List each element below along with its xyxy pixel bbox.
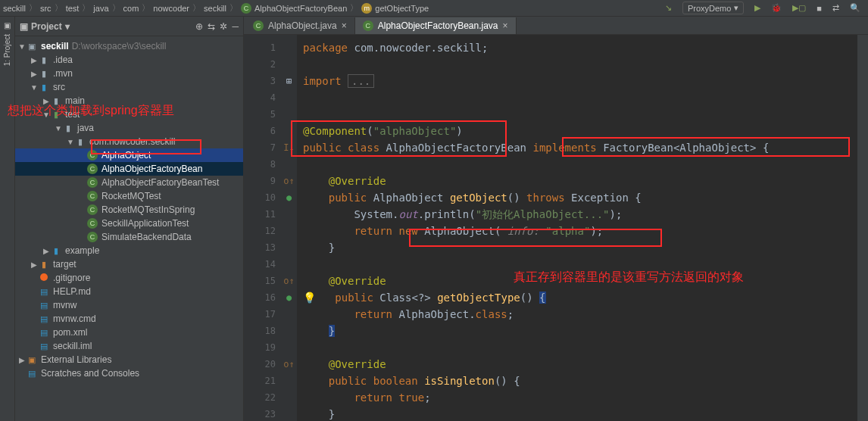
editor: C AlphaObject.java × C AlphaObjectFactor…: [244, 17, 868, 421]
breadcrumb[interactable]: seckill〉 src〉 test〉 java〉 com〉 nowcoder〉…: [3, 2, 665, 14]
toolbar-actions: ↘ ProxyDemo ▾ ▶ 🐞 ▶▢ ■ ⇄ 🔍: [665, 2, 865, 14]
line-numbers: 1234567891011121314151617181920212223: [244, 35, 282, 421]
git-icon[interactable]: ⇄: [832, 3, 839, 13]
tree-item[interactable]: ▶▮example: [15, 244, 243, 257]
tree-item[interactable]: CSimulateBackendData: [15, 230, 243, 244]
project-panel: ▣ Project ▾ ⊕ ⇆ ✲ ─ ▼▣ seckill D:\worksp…: [15, 17, 244, 421]
close-icon[interactable]: ×: [342, 20, 347, 31]
tree-item[interactable]: ▤mvnw.cmd: [15, 312, 243, 326]
tree-item[interactable]: ▼▮com.nowcoder.seckill: [15, 135, 243, 148]
tree-item[interactable]: .gitignore: [15, 271, 243, 285]
tree-item[interactable]: CRocketMQTest: [15, 189, 243, 203]
tree-item[interactable]: ▼▮test: [15, 108, 243, 121]
coverage-icon[interactable]: ▶▢: [792, 3, 806, 13]
tree-item[interactable]: ▤HELP.md: [15, 285, 243, 298]
scrollbar[interactable]: [857, 35, 868, 421]
stop-icon[interactable]: ■: [816, 4, 822, 13]
external-libraries[interactable]: ▶▣ External Libraries: [15, 353, 243, 366]
tree-root[interactable]: ▼▣ seckill D:\workspace\v3\seckill: [15, 39, 243, 53]
tree-item[interactable]: ▶▮target: [15, 257, 243, 271]
gutter-icons[interactable]: ⊞ I↓ o↑● o↑● o↑: [282, 35, 297, 421]
tree-item[interactable]: CRocketMQTestInSpring: [15, 203, 243, 217]
expand-all-icon[interactable]: ⇆: [208, 21, 215, 32]
tree-item[interactable]: ▼▮java: [15, 121, 243, 135]
select-opened-file-icon[interactable]: ⊕: [195, 21, 203, 32]
tree-item[interactable]: ▤seckill.iml: [15, 339, 243, 353]
project-tree[interactable]: ▼▣ seckill D:\workspace\v3\seckill ▶▮.id…: [15, 36, 243, 421]
tab-alphaobject[interactable]: C AlphaObject.java ×: [245, 17, 355, 34]
tab-factorybean[interactable]: C AlphaObjectFactoryBean.java ×: [355, 17, 517, 34]
project-panel-title[interactable]: ▣ Project ▾: [20, 21, 70, 32]
tree-item[interactable]: CSeckillApplicationTest: [15, 217, 243, 230]
hide-icon[interactable]: ─: [232, 21, 239, 32]
tree-item[interactable]: ▶▮.mvn: [15, 67, 243, 80]
tree-item[interactable]: ▶▮.idea: [15, 53, 243, 67]
chevron-down-icon: ▾: [734, 3, 738, 13]
left-tool-strip[interactable]: ▣ 1: Project: [0, 17, 15, 421]
tree-item[interactable]: ▼▮src: [15, 80, 243, 94]
top-bar: seckill〉 src〉 test〉 java〉 com〉 nowcoder〉…: [0, 0, 868, 17]
tree-item[interactable]: CAlphaObjectFactoryBean: [15, 162, 243, 176]
code-area[interactable]: package com.nowcoder.seckill; import ...…: [297, 35, 857, 421]
run-icon[interactable]: ▶: [754, 3, 760, 13]
close-icon[interactable]: ×: [503, 20, 508, 31]
search-icon[interactable]: 🔍: [850, 3, 860, 13]
tree-item[interactable]: ▶▮main: [15, 94, 243, 108]
folder-icon: ▣: [20, 21, 28, 32]
scratches[interactable]: ▤ Scratches and Consoles: [15, 366, 243, 380]
editor-tabs: C AlphaObject.java × C AlphaObjectFactor…: [244, 17, 868, 35]
run-config-dropdown[interactable]: ProxyDemo ▾: [682, 2, 744, 14]
settings-icon[interactable]: ✲: [220, 21, 227, 32]
debug-icon[interactable]: 🐞: [771, 3, 782, 13]
tree-item[interactable]: CAlphaObject: [15, 148, 243, 162]
tree-item[interactable]: ▤mvnw: [15, 298, 243, 312]
chevron-down-icon: ▾: [65, 21, 70, 32]
run-config-label: ProxyDemo: [688, 4, 731, 13]
tree-item[interactable]: ▤pom.xml: [15, 326, 243, 339]
tree-item[interactable]: CAlphaObjectFactoryBeanTest: [15, 176, 243, 189]
build-icon[interactable]: ↘: [665, 3, 672, 13]
project-toolwindow-label[interactable]: 1: Project: [3, 34, 11, 66]
project-toolwindow-icon[interactable]: ▣: [4, 21, 11, 30]
project-panel-header: ▣ Project ▾ ⊕ ⇆ ✲ ─: [15, 17, 243, 36]
